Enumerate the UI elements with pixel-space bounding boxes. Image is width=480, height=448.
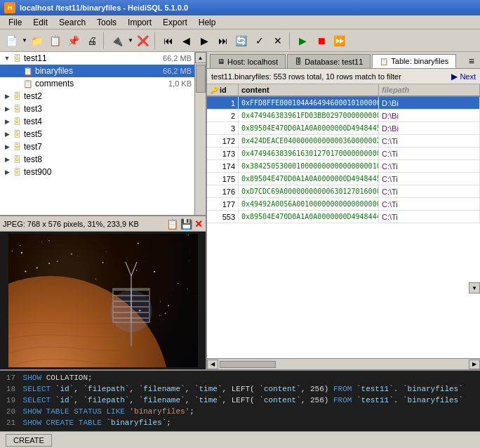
main-area: ▼ 🗄 test11 66,2 MB 📋 binaryfiles 66,2 MB… [0,52,480,369]
toolbar-stop-btn[interactable]: ⏹ [313,32,330,49]
tab-list-btn[interactable]: ≡ [466,54,477,68]
sql-line-21: 21 SHOW CREATE TABLE `binaryfiles`; [3,417,477,428]
scroll-up-btn[interactable]: ▲ [195,52,206,63]
sql-line-17: 17 SHOW COLLATION; [3,372,477,383]
cell-content-1: 0xFFD8FFE000104A464946000101000001000100… [239,97,379,109]
db-icon: 🗄 [295,58,302,65]
toolbar-run-btn[interactable]: ▶ [295,32,312,49]
menu-tools[interactable]: Tools [91,16,122,29]
tree-item-test11[interactable]: ▼ 🗄 test11 66,2 MB [0,52,194,65]
hscrollbar[interactable]: ◀ ▶ [207,358,480,369]
menu-file[interactable]: File [3,16,27,29]
menu-search[interactable]: Search [53,16,91,29]
grid-row-172[interactable]: 172 0x424DEACE04000000000000360000002800… [207,135,480,147]
grid-row-177[interactable]: 177 0x49492A0056A00100000000000000000000… [207,198,480,211]
toolbar-new-btn[interactable]: 📄 [3,32,20,49]
toolbar-refresh-btn[interactable]: 🔄 [233,32,250,49]
menu-import[interactable]: Import [122,16,157,29]
cell-content-176: 0xD7CDC69A000000000006301270160000000000… [239,185,379,197]
tab-table[interactable]: 📋 Table: binaryfiles [372,54,456,68]
toolbar-open-btn[interactable]: 📁 [29,32,46,49]
tree-item-comments[interactable]: 📋 comments 1,0 KB [0,77,194,90]
cell-filepath-2: D:\Bi [379,110,480,121]
expand-arrow: ▶ [3,169,11,176]
tab-database[interactable]: 🗄 Database: test11 [287,54,371,68]
tree-item-test4[interactable]: ▶ 🗄 test4 [0,115,194,128]
scroll-thumb[interactable] [196,65,206,93]
title-bar: H localhost /test11/binaryfiles - HeidiS… [0,0,480,15]
preview-header: JPEG: 768 x 576 pixels, 31%, 233,9 KB 📋 … [0,216,206,232]
toolbar-check-btn[interactable]: ✓ [251,32,268,49]
sql-line-19: 19 SELECT `id`, `filepath`, `filename`, … [3,395,477,406]
toolbar-print-btn[interactable]: 🖨 [84,32,100,49]
grid-row-174[interactable]: 174 0x3842505300010000000000000000010001… [207,160,480,173]
data-grid: 🔑 id content filepath 1 0xFFD8FFE000104A… [207,84,480,358]
grid-row-2[interactable]: 2 0x474946383961FD03BB029700000000008000… [207,110,480,122]
preview-close-btn[interactable]: ✕ [194,218,203,230]
toolbar-connect-btn[interactable]: 🔌 [109,32,126,49]
menu-edit[interactable]: Edit [27,16,53,29]
preview-info: JPEG: 768 x 576 pixels, 31%, 233,9 KB [3,220,139,228]
menu-help[interactable]: Help [193,16,222,29]
toolbar-sep2 [154,32,157,49]
hscroll-thumb[interactable] [220,361,276,368]
toolbar-copy-btn[interactable]: 📋 [47,32,64,49]
toolbar-close-btn[interactable]: ✕ [269,32,286,49]
grid-row-553[interactable]: 553 0x89504E470D0A1A0A0000000D4948444520… [207,211,480,223]
expand-arrow: ▶ [3,131,11,138]
cell-filepath-3: D:\Bi [379,122,480,134]
tree-scrollbar[interactable]: ▲ ▼ [194,52,206,215]
toolbar-next-btn[interactable]: ▶ [196,32,213,49]
toolbar: 📄 ▼ 📁 📋 📌 🖨 🔌 ▼ ❌ ⏮ ◀ ▶ ⏭ 🔄 ✓ ✕ ▶ ⏹ ⏩ [0,29,480,52]
toolbar-first-btn[interactable]: ⏮ [160,32,177,49]
cell-filepath-175: C:\Ti [379,173,480,185]
tab-host[interactable]: 🖥 Host: localhost [210,54,286,68]
cell-filepath-1: D:\Bi [379,97,480,109]
next-btn-area[interactable]: ▶ Next [451,72,476,81]
tree-item-test8[interactable]: ▶ 🗄 test8 [0,153,194,166]
preview-save-btn[interactable]: 💾 [180,218,192,230]
grid-row-3[interactable]: 3 0x89504E470D0A1A0A0000000D494844520000… [207,122,480,135]
toolbar-paste-btn[interactable]: 📌 [65,32,82,49]
menu-export[interactable]: Export [157,16,193,29]
tree-item-test5[interactable]: ▶ 🗄 test5 [0,128,194,140]
hscroll-track [220,361,467,368]
cell-id-175: 175 [207,173,239,185]
hscroll-left-btn[interactable]: ◀ [207,360,218,369]
bottom-bar: CREATE [0,431,480,448]
cell-filepath-177: C:\Ti [379,198,480,210]
table-icon: 📋 [22,78,34,89]
grid-row-173[interactable]: 173 0x4749463839616301270170000000000000… [207,147,480,160]
cell-content-3: 0x89504E470D0A1A0A0000000D49484452000040… [239,122,379,134]
grid-row-1[interactable]: 1 0xFFD8FFE000104A4649460001010000010001… [207,97,480,110]
grid-row-175[interactable]: 175 0x89504E470D0A1A0A0000000D4948445200… [207,173,480,185]
tree-item-test3[interactable]: ▶ 🗄 test3 [0,103,194,115]
cell-id-1: 1 [207,97,239,109]
toolbar-last-btn[interactable]: ⏭ [215,32,232,49]
col-header-filepath[interactable]: filepath [379,84,480,95]
toolbar-step-btn[interactable]: ⏩ [331,32,348,49]
filter-bar: test11.binaryfiles: 553 rows total, 10 r… [207,69,480,84]
preview-copy-btn[interactable]: 📋 [166,218,178,230]
hscroll-right-btn[interactable]: ▶ [469,360,480,369]
grid-row-176[interactable]: 176 0xD7CDC69A00000000000630127016000000… [207,185,480,198]
tree-container: ▼ 🗄 test11 66,2 MB 📋 binaryfiles 66,2 MB… [0,52,206,215]
tree-item-test2[interactable]: ▶ 🗄 test2 [0,90,194,103]
next-label[interactable]: Next [460,72,476,81]
toolbar-prev-btn[interactable]: ◀ [178,32,195,49]
cell-filepath-174: C:\Ti [379,160,480,172]
tree-item-test7[interactable]: ▶ 🗄 test7 [0,140,194,153]
database-icon: 🗄 [11,116,22,127]
col-header-id[interactable]: 🔑 id [207,84,239,95]
create-button[interactable]: CREATE [6,434,52,447]
tree-item-test900[interactable]: ▶ 🗄 test900 [0,166,194,178]
tree-item-binaryfiles[interactable]: 📋 binaryfiles 66,2 MB [0,65,194,77]
expand-arrow: ▶ [3,143,11,150]
col-header-content[interactable]: content [239,84,379,95]
cell-filepath-172: C:\Ti [379,135,480,147]
tree-content: ▼ 🗄 test11 66,2 MB 📋 binaryfiles 66,2 MB… [0,52,194,215]
cell-filepath-176: C:\Ti [379,185,480,197]
toolbar-sep1 [103,32,106,49]
toolbar-disconnect-btn[interactable]: ❌ [135,32,152,49]
expand-arrow: ▶ [3,105,11,112]
